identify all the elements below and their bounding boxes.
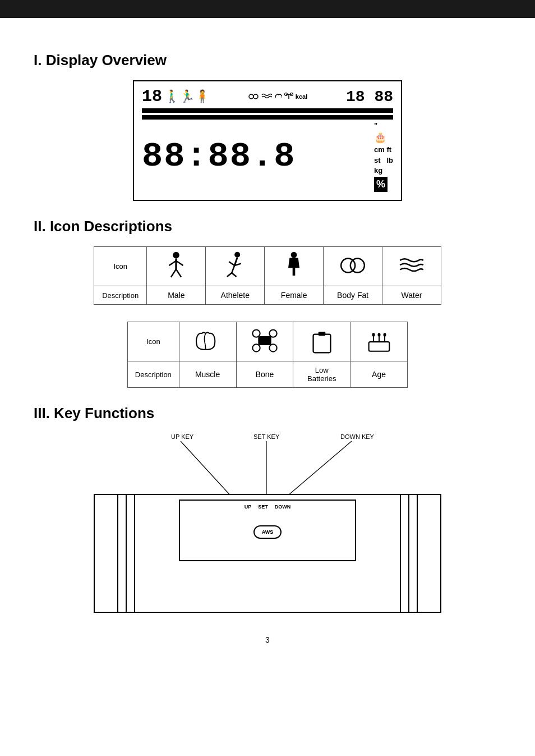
down-key-label: DOWN KEY: [340, 433, 374, 440]
table2-bone-icon: [236, 322, 293, 361]
table1-athlete-desc: Athelete: [206, 286, 265, 305]
waves-icon: [261, 93, 272, 100]
svg-line-11: [176, 269, 181, 277]
table1-icon-label: Icon: [94, 247, 147, 286]
svg-line-10: [171, 269, 176, 277]
scale-body: UP SET DOWN AWS: [94, 494, 441, 613]
table1-bodyfat-icon: [324, 247, 382, 286]
unit-cake: 🎂: [374, 131, 386, 145]
circles-icon: [248, 93, 259, 100]
kcal-label: kcal: [296, 93, 307, 100]
table1-male-icon: [147, 247, 206, 286]
section-title-display: I. Display Overview: [34, 52, 501, 69]
table2-muscle-icon: [179, 322, 236, 361]
table2-muscle-desc: Muscle: [179, 361, 236, 388]
set-key-label: SET KEY: [253, 433, 279, 440]
svg-point-21: [350, 259, 365, 273]
unit-stlb: st lb: [374, 155, 393, 166]
svg-point-25: [269, 344, 276, 351]
table2-lowbatt-icon: [293, 322, 350, 361]
up-btn-label[interactable]: UP: [245, 504, 252, 510]
key-functions-diagram: UP KEY SET KEY DOWN KEY: [71, 433, 464, 618]
table1-male-desc: Male: [147, 286, 206, 305]
display-units: " 🎂 cm ft st lb kg %: [372, 121, 393, 192]
svg-line-16: [232, 265, 234, 273]
aws-button[interactable]: AWS: [253, 525, 282, 539]
button-row: UP SET DOWN: [245, 504, 291, 510]
svg-point-19: [291, 252, 297, 258]
svg-point-0: [249, 94, 253, 99]
table1-female-icon: [265, 247, 324, 286]
content: I. Display Overview 18 🚶‍♂️🏃‍♂️🧍: [0, 18, 535, 667]
display-top-icons: kcal: [245, 93, 311, 100]
display-top-number: 18: [142, 87, 162, 106]
down-btn-label[interactable]: DOWN: [275, 504, 291, 510]
svg-point-24: [252, 344, 260, 351]
svg-point-33: [372, 333, 375, 337]
svg-point-23: [269, 330, 276, 337]
unit-kg: kg: [374, 166, 382, 176]
table1-bodyfat-desc: Body Fat: [324, 286, 382, 305]
unit-inch: ": [374, 121, 377, 131]
display-bar-1: [142, 108, 393, 113]
svg-point-35: [383, 333, 386, 337]
svg-line-18: [232, 273, 236, 277]
table1-athlete-icon: [206, 247, 265, 286]
svg-point-6: [173, 252, 180, 259]
svg-rect-29: [368, 342, 389, 351]
up-key-label: UP KEY: [171, 433, 193, 440]
set-btn-label[interactable]: SET: [258, 504, 268, 510]
svg-rect-26: [258, 336, 271, 345]
table1-water-icon: [382, 247, 441, 286]
svg-line-38: [287, 441, 352, 496]
svg-point-12: [234, 252, 240, 258]
svg-point-1: [253, 94, 258, 99]
svg-rect-27: [313, 335, 330, 353]
table1-desc-label: Description: [94, 286, 147, 305]
table2-bone-desc: Bone: [236, 361, 293, 388]
svg-rect-28: [318, 332, 325, 336]
unit-percent: %: [374, 177, 388, 192]
button-panel: UP SET DOWN AWS: [179, 500, 356, 561]
svg-line-36: [181, 441, 231, 496]
svg-point-22: [252, 330, 260, 337]
table2-lowbatt-desc: LowBatteries: [293, 361, 350, 388]
display-right-digits: 18 88: [346, 88, 393, 106]
display-bar-2: [142, 115, 393, 120]
muscle-icon: [274, 93, 282, 100]
svg-line-8: [169, 261, 177, 265]
table2-age-desc: Age: [350, 361, 408, 388]
unit-cmft: cm ft: [374, 145, 391, 155]
display-top-left: 18 🚶‍♂️🏃‍♂️🧍: [142, 87, 210, 106]
svg-line-17: [227, 273, 232, 277]
display-digits: 88:88.8: [142, 139, 296, 174]
display-top-right: 18 88: [346, 88, 393, 106]
display-bottom-row: 88:88.8 " 🎂 cm ft st lb kg %: [142, 121, 393, 192]
svg-line-9: [176, 261, 183, 265]
svg-point-34: [377, 333, 380, 337]
bone-icon: [284, 93, 293, 100]
table2-icon-label: Icon: [128, 322, 179, 361]
table1-female-desc: Female: [265, 286, 324, 305]
table2-desc-label: Description: [128, 361, 179, 388]
icon-table-1: Icon: [94, 246, 441, 305]
page-number: 3: [34, 635, 501, 644]
display-overview-box: 18 🚶‍♂️🏃‍♂️🧍: [133, 80, 402, 201]
table2-age-icon: [350, 322, 408, 361]
section-title-keys: III. Key Functions: [34, 405, 501, 422]
table1-water-desc: Water: [382, 286, 441, 305]
section-title-icons: II. Icon Descriptions: [34, 218, 501, 235]
icon-table-2: Icon: [127, 322, 408, 388]
person-icons: 🚶‍♂️🏃‍♂️🧍: [164, 89, 210, 104]
top-bar: [0, 0, 535, 18]
svg-line-14: [229, 262, 234, 265]
